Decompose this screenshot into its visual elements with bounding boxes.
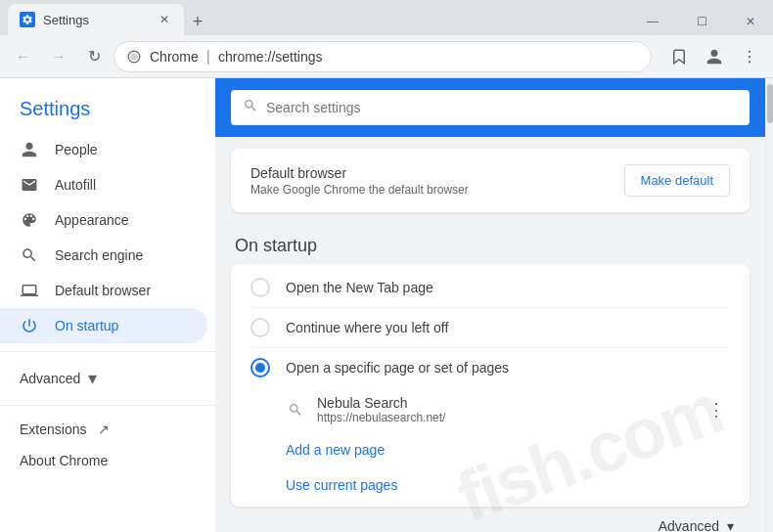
settings-title: Settings (0, 90, 215, 132)
on-startup-section: On startup Open the New Tab page Continu… (231, 224, 750, 532)
radio-specific-page (250, 358, 270, 377)
svg-point-1 (749, 50, 750, 52)
startup-page-url: https://nebulasearch.net/ (317, 411, 692, 424)
external-link-icon: ↗ (98, 421, 110, 437)
sidebar-item-people[interactable]: People (0, 132, 207, 167)
sidebar-item-appearance[interactable]: Appearance (0, 202, 207, 238)
sidebar-people-label: People (55, 142, 98, 157)
settings-tab[interactable]: Settings ✕ (8, 4, 184, 35)
bottom-advanced-button[interactable]: Advanced ▾ (231, 507, 750, 532)
close-button[interactable]: ✕ (728, 8, 773, 35)
bottom-advanced-arrow: ▾ (727, 518, 734, 532)
advanced-section-label: Advanced (20, 371, 80, 386)
default-browser-section: Default browser Make Google Chrome the d… (231, 149, 750, 212)
startup-page-info: Nebula Search https://nebulasearch.net/ (317, 395, 692, 424)
startup-page-name: Nebula Search (317, 395, 692, 411)
advanced-arrow-icon: ▾ (88, 368, 97, 389)
default-browser-subtitle: Make Google Chrome the default browser (250, 183, 469, 197)
appearance-icon (20, 210, 39, 230)
search-engine-icon (20, 245, 39, 265)
person-icon (20, 140, 39, 159)
radio-continue-label: Continue where you left off (286, 320, 448, 335)
add-new-page-link[interactable]: Add a new page (231, 432, 750, 467)
default-browser-title: Default browser (250, 165, 469, 181)
use-current-pages-link[interactable]: Use current pages (231, 467, 750, 503)
sidebar-about-chrome[interactable]: About Chrome (0, 445, 215, 476)
sidebar-item-on-startup[interactable]: On startup (0, 308, 207, 343)
toolbar-actions (663, 41, 765, 72)
radio-new-tab (250, 278, 270, 297)
default-browser-icon (20, 281, 39, 300)
menu-button[interactable] (734, 41, 765, 72)
search-bar-wrapper (215, 78, 765, 137)
sidebar-on-startup-label: On startup (55, 318, 118, 333)
scrollbar-thumb[interactable] (767, 84, 773, 123)
url-path: chrome://settings (218, 49, 323, 65)
bookmark-button[interactable] (663, 41, 695, 72)
extensions-label: Extensions (20, 421, 86, 437)
scrollbar[interactable] (765, 78, 773, 532)
browser-toolbar: ← → ↻ Chrome | chrome://settings (0, 35, 773, 78)
tab-bar: Settings ✕ + — ☐ ✕ (0, 0, 773, 35)
maximize-button[interactable]: ☐ (679, 8, 724, 35)
tab-favicon (20, 12, 35, 27)
radio-continue (250, 318, 270, 337)
radio-specific-page-label: Open a specific page or set of pages (286, 360, 509, 376)
startup-page-item: Nebula Search https://nebulasearch.net/ … (231, 387, 750, 432)
address-bar[interactable]: Chrome | chrome://settings (114, 41, 652, 72)
site-security-icon (126, 49, 142, 65)
sidebar-item-default-browser[interactable]: Default browser (0, 273, 207, 308)
close-tab-button[interactable]: ✕ (157, 12, 172, 27)
sidebar-item-autofill[interactable]: Autofill (0, 167, 207, 202)
autofill-icon (20, 175, 39, 195)
on-startup-icon (20, 316, 39, 335)
about-chrome-label: About Chrome (20, 453, 108, 468)
sidebar-item-search-engine[interactable]: Search engine (0, 238, 207, 273)
sidebar-extensions[interactable]: Extensions ↗ (0, 414, 215, 445)
refresh-button[interactable]: ↻ (78, 41, 110, 72)
sidebar-divider-2 (0, 405, 215, 406)
account-button[interactable] (699, 41, 730, 72)
window-controls: — ☐ ✕ (630, 8, 773, 35)
new-tab-button[interactable]: + (184, 8, 211, 35)
on-startup-title: On startup (231, 224, 750, 264)
startup-page-menu-button[interactable]: ⋮ (704, 395, 730, 424)
url-separator: | (206, 48, 210, 66)
sidebar-default-browser-label: Default browser (55, 283, 151, 298)
default-browser-text: Default browser Make Google Chrome the d… (250, 165, 469, 197)
minimize-button[interactable]: — (630, 8, 675, 35)
content-panel: Default browser Make Google Chrome the d… (215, 78, 765, 532)
sidebar-appearance-label: Appearance (55, 212, 129, 228)
sidebar-autofill-label: Autofill (55, 177, 96, 193)
sidebar-divider (0, 351, 215, 352)
svg-point-3 (749, 61, 750, 63)
bottom-advanced-label: Advanced (659, 518, 719, 532)
url-site: Chrome (150, 49, 199, 65)
browser-frame: Settings ✕ + — ☐ ✕ ← → ↻ Chrome | chrome… (0, 0, 773, 532)
main-content: Settings People Autofill Appearance (0, 78, 773, 532)
sidebar-advanced-section[interactable]: Advanced ▾ (0, 360, 215, 397)
settings-search-icon (243, 98, 258, 117)
svg-point-2 (749, 55, 750, 57)
radio-option-new-tab[interactable]: Open the New Tab page (231, 268, 750, 307)
tab-title: Settings (43, 13, 89, 27)
sidebar-search-label: Search engine (55, 247, 143, 263)
startup-card: Open the New Tab page Continue where you… (231, 264, 750, 507)
search-bar[interactable] (231, 90, 750, 125)
make-default-button[interactable]: Make default (624, 164, 730, 197)
radio-option-continue[interactable]: Continue where you left off (231, 308, 750, 347)
settings-search-input[interactable] (266, 100, 738, 115)
sidebar: Settings People Autofill Appearance (0, 78, 215, 532)
radio-new-tab-label: Open the New Tab page (286, 280, 433, 295)
page-favicon-icon (286, 400, 305, 420)
back-button[interactable]: ← (8, 41, 39, 72)
radio-option-specific-page[interactable]: Open a specific page or set of pages (231, 348, 750, 387)
forward-button[interactable]: → (43, 41, 74, 72)
